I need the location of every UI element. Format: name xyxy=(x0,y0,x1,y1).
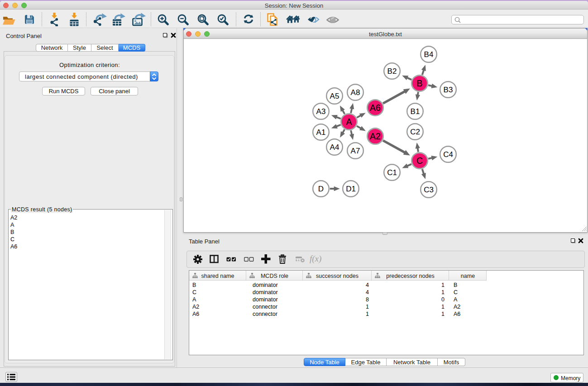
svg-text:B2: B2 xyxy=(387,67,397,76)
svg-text:B1: B1 xyxy=(411,107,420,116)
svg-text:A2: A2 xyxy=(370,131,381,141)
svg-text:D1: D1 xyxy=(346,185,356,193)
svg-text:A1: A1 xyxy=(316,128,326,137)
svg-text:A6: A6 xyxy=(370,103,381,113)
svg-text:C: C xyxy=(416,156,423,166)
svg-text:C3: C3 xyxy=(424,186,434,194)
svg-text:B: B xyxy=(416,78,422,88)
svg-text:D: D xyxy=(318,185,324,193)
svg-text:C1: C1 xyxy=(387,168,397,177)
svg-text:A4: A4 xyxy=(330,143,339,152)
svg-text:C2: C2 xyxy=(410,128,420,136)
svg-text:A8: A8 xyxy=(351,88,360,97)
svg-text:C4: C4 xyxy=(443,150,453,159)
svg-text:A7: A7 xyxy=(351,147,360,155)
svg-text:A5: A5 xyxy=(330,92,339,100)
svg-text:B4: B4 xyxy=(424,50,434,59)
svg-text:B3: B3 xyxy=(444,86,453,94)
svg-text:A: A xyxy=(346,117,352,127)
svg-text:A3: A3 xyxy=(316,107,326,116)
